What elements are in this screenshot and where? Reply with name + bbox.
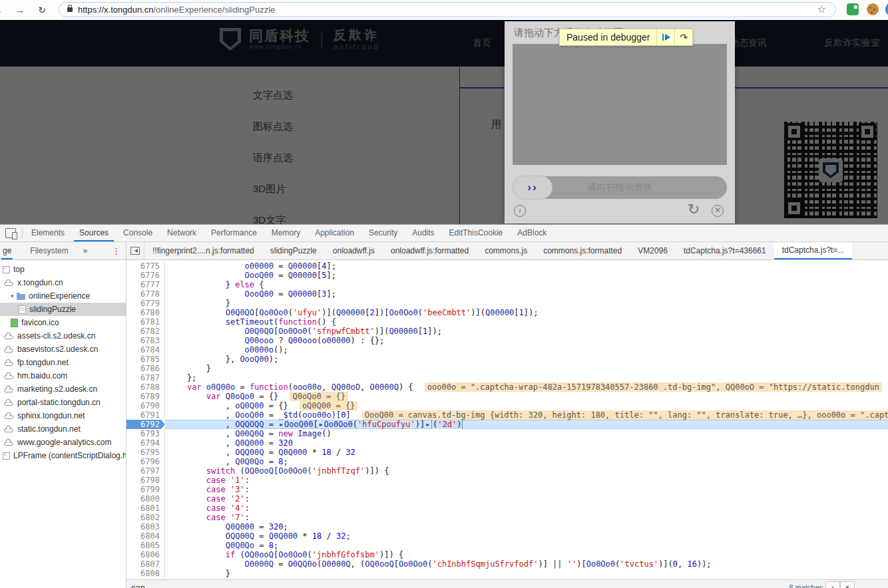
devtools-tab-sources[interactable]: Sources (74, 225, 114, 241)
continue-to-here-marker-icon[interactable]: ▶ (426, 422, 429, 428)
line-number[interactable]: 6800 (126, 494, 165, 504)
line-number[interactable]: 6776 (126, 271, 165, 280)
line-number[interactable]: 6783 (126, 336, 165, 345)
code-line[interactable]: , Q0Q0Qo = 8; (165, 457, 888, 466)
devtools-tab-memory[interactable]: Memory (266, 225, 306, 241)
line-number[interactable]: 6805 (126, 541, 165, 550)
tree-item-x-tongdun-cn[interactable]: x.tongdun.cn (0, 276, 126, 289)
navigator-toggle-button[interactable] (126, 242, 144, 259)
code-line[interactable]: O0000Q = O0QQ0o(O0000Q, (OQ0ooQ[Oo0Oo0('… (165, 559, 888, 569)
file-tab[interactable]: onloadwff.js:formatted (383, 242, 477, 259)
code-line[interactable]: } (165, 299, 888, 308)
line-number[interactable]: 6796 (126, 457, 165, 466)
line-number[interactable]: 6803 (126, 522, 165, 531)
reload-icon[interactable]: ↻ (35, 3, 49, 17)
devtools-tab-console[interactable]: Console (118, 225, 158, 241)
code-line[interactable]: case '7': (165, 513, 888, 522)
tree-item-basevistor-s2-udesk-cn[interactable]: basevistor.s2.udesk.cn (0, 343, 126, 356)
evernote-extension-icon[interactable] (847, 3, 859, 15)
back-icon[interactable]: ← (0, 3, 5, 17)
tree-item-www-google-analytics-com[interactable]: www.google-analytics.com (0, 436, 126, 449)
code-line[interactable]: } else { (165, 280, 888, 289)
file-tab[interactable]: onloadwff.js (325, 242, 383, 259)
line-number[interactable]: 6778 (126, 289, 165, 299)
search-query[interactable]: can (131, 583, 145, 588)
code-editor[interactable]: 6775 o00000 = Q00000[4];6776 OooQ00 = Q0… (126, 260, 888, 581)
code-line[interactable]: O0Q0QO[Oo0Oo0('ufyu')](Q00000[2])[Oo0Oo0… (165, 308, 888, 317)
tree-item-onlineexperience[interactable]: ▾onlineExperience (0, 289, 126, 303)
code-line[interactable]: O0Q0QO[Oo0Oo0('sfnpwfCmbtt')](Q00000[1])… (165, 327, 888, 336)
tree-item-sphinx-tongdun-net[interactable]: sphinx.tongdun.net (0, 409, 126, 422)
continue-to-here-marker-icon[interactable]: ▶ (320, 422, 323, 428)
code-line[interactable]: if (OQ0ooQ[Oo0Oo0('jnbhfGfofsbm')]) { (165, 550, 888, 559)
devtools-tab-elements[interactable]: Elements (26, 225, 70, 241)
partial-extension-icon[interactable] (885, 3, 888, 15)
devtools-tab-network[interactable]: Network (162, 225, 202, 241)
line-number[interactable]: 6806 (126, 550, 165, 559)
devtools-tab-performance[interactable]: Performance (206, 225, 262, 241)
code-line[interactable]: switch (OQ0ooQ[Oo0Oo0('jnbhfTzqf')]) { (165, 466, 888, 476)
file-tab[interactable]: !!fingerprint2....n.js:formatted (144, 242, 262, 259)
device-toolbar-icon[interactable] (5, 228, 16, 238)
line-number[interactable]: 6798 (126, 476, 165, 485)
resume-script-button[interactable] (656, 29, 674, 45)
code-line[interactable]: case '4': (165, 504, 888, 513)
execution-line-number[interactable]: 6792 (126, 420, 165, 429)
tree-item-portal-static-tongdun-cn[interactable]: portal-static.tongdun.cn (0, 396, 126, 409)
code-line[interactable]: Q0Q0Qo = 8; (165, 541, 888, 550)
devtools-tab-audits[interactable]: Audits (407, 225, 439, 241)
code-line[interactable]: case '2': (165, 494, 888, 504)
tree-item-top[interactable]: top (0, 263, 126, 276)
code-line[interactable]: } (165, 569, 888, 578)
disclosure-arrow-icon[interactable]: ▾ (11, 293, 17, 299)
tree-item-lpframe-contentscriptdialog-ht[interactable]: LPFrame (contentScriptDialog.ht (0, 449, 126, 462)
code-line[interactable]: Q0Q000 = 320; (165, 522, 888, 531)
code-line[interactable]: } (165, 364, 888, 373)
code-line[interactable]: OooQ00 = Q00000[5]; (165, 271, 888, 280)
tree-item-slidingpuzzle[interactable]: slidingPuzzle (0, 303, 126, 316)
code-line[interactable]: , oQ0Q00 = {} oQ0Q00 = {} (165, 401, 888, 410)
file-tab[interactable]: VM2096 (630, 242, 676, 259)
line-number[interactable]: 6795 (126, 448, 165, 457)
line-number[interactable]: 6779 (126, 299, 165, 308)
line-number[interactable]: 6808 (126, 569, 165, 578)
tree-item-marketing-s2-udesk-cn[interactable]: marketing.s2.udesk.cn (0, 382, 126, 396)
line-number[interactable]: 6786 (126, 364, 165, 373)
line-number[interactable]: 6775 (126, 261, 165, 271)
tree-item-static-tongdun-net[interactable]: static.tongdun.net (0, 422, 126, 436)
line-number[interactable]: 6777 (126, 280, 165, 289)
line-number[interactable]: 6780 (126, 308, 165, 317)
code-line[interactable]: Q00ooo ? Q00ooo(o00000) : {}; (165, 336, 888, 345)
file-tab[interactable]: tdCaptcha.js?t=... (774, 242, 853, 259)
code-line[interactable]: o0000o(); (165, 345, 888, 355)
search-previous-button[interactable]: ▲ (825, 581, 840, 588)
code-line[interactable]: }, OooQ00); (165, 355, 888, 364)
tree-item-favicon-ico[interactable]: favicon.ico (0, 316, 126, 329)
cookie-extension-icon[interactable] (867, 3, 879, 15)
address-bar[interactable]: https://x.tongdun.cn/onlineExperience/sl… (59, 2, 836, 17)
code-line[interactable]: , Q0Q000 = 320 (165, 438, 888, 448)
tree-item-assets-cli-s2-udesk-cn[interactable]: assets-cli.s2.udesk.cn (0, 329, 126, 343)
line-number[interactable]: 6799 (126, 485, 165, 494)
line-number[interactable]: 6788 (126, 382, 165, 392)
forward-icon[interactable]: → (12, 3, 27, 17)
code-line[interactable]: , OQQ00Q = Q0Q000 * 18 / 32 (165, 448, 888, 457)
devtools-tab-editthiscookie[interactable]: EditThisCookie (444, 225, 509, 241)
file-tab[interactable]: commons.js (477, 242, 535, 259)
tree-item-hm-baidu-com[interactable]: hm.baidu.com (0, 369, 126, 382)
devtools-tab-adblock[interactable]: AdBlock (512, 225, 552, 241)
code-line[interactable]: , OooQ00 = _$td(ooo00o)[0] OooQ00 = canv… (165, 410, 888, 420)
line-number[interactable]: 6791 (126, 410, 165, 420)
line-number[interactable]: 6782 (126, 327, 165, 336)
line-number[interactable]: 6804 (126, 531, 165, 541)
line-number[interactable]: 6785 (126, 355, 165, 364)
file-tab[interactable]: tdCaptcha.js?t=436661 (676, 242, 774, 259)
line-number[interactable]: 6793 (126, 429, 165, 438)
code-line[interactable]: , Q00Q0Q = new Image() (165, 429, 888, 438)
file-tab[interactable]: commons.js:formatted (535, 242, 630, 259)
line-number[interactable]: 6802 (126, 513, 165, 522)
line-number[interactable]: 6790 (126, 401, 165, 410)
line-number[interactable]: 6789 (126, 392, 165, 401)
step-over-button[interactable]: ↷ (674, 29, 692, 45)
code-line[interactable]: OQQ00Q = Q0Q000 * 18 / 32; (165, 531, 888, 541)
